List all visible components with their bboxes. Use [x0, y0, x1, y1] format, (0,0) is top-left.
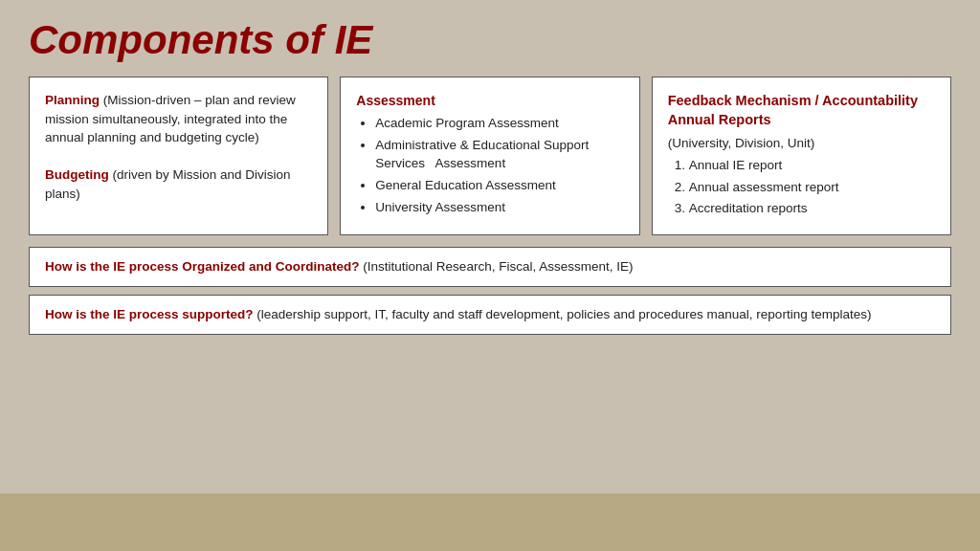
- feedback-list: Annual IE report Annual assessment repor…: [668, 156, 935, 218]
- organized-bold: How is the IE process Organized and Coor…: [45, 259, 360, 274]
- list-item: Annual assessment report: [689, 178, 935, 197]
- feedback-card: Feedback Mechanism / Accountability Annu…: [652, 77, 951, 235]
- feedback-title: Feedback Mechanism / Accountability Annu…: [668, 91, 935, 130]
- list-item: General Education Assessment: [375, 176, 623, 195]
- supported-regular: (leadership support, IT, faculty and sta…: [256, 307, 871, 321]
- supported-box: How is the IE process supported? (leader…: [29, 295, 951, 335]
- assessment-card: Assessment Academic Program Assessment A…: [340, 77, 639, 235]
- planning-text: Planning (Mission-driven – plan and revi…: [45, 91, 312, 147]
- cards-row: Planning (Mission-driven – plan and revi…: [29, 77, 951, 235]
- list-item: Annual IE report: [689, 156, 935, 175]
- supported-bold: How is the IE process supported?: [45, 307, 254, 321]
- assessment-title: Assessment: [356, 91, 623, 110]
- planning-card: Planning (Mission-driven – plan and revi…: [29, 77, 328, 235]
- page-title: Components of IE: [29, 17, 951, 63]
- organized-regular: (Institutional Research, Fiscal, Assessm…: [363, 259, 633, 274]
- budgeting-text: Budgeting (driven by Mission and Divisio…: [45, 165, 312, 203]
- list-item: Accreditation reports: [689, 199, 935, 218]
- planning-bold: Planning: [45, 93, 100, 107]
- list-item: Administrative & Educational Support Ser…: [375, 136, 623, 173]
- page-background: Components of IE Planning (Mission-drive…: [0, 0, 980, 551]
- budgeting-bold: Budgeting: [45, 167, 109, 182]
- list-item: University Assessment: [375, 198, 623, 217]
- bottom-boxes: How is the IE process Organized and Coor…: [29, 247, 951, 336]
- assessment-list: Academic Program Assessment Administrati…: [356, 114, 623, 216]
- organized-box: How is the IE process Organized and Coor…: [29, 247, 951, 287]
- feedback-subtitle: (University, Division, Unit): [668, 134, 935, 153]
- list-item: Academic Program Assessment: [375, 114, 623, 133]
